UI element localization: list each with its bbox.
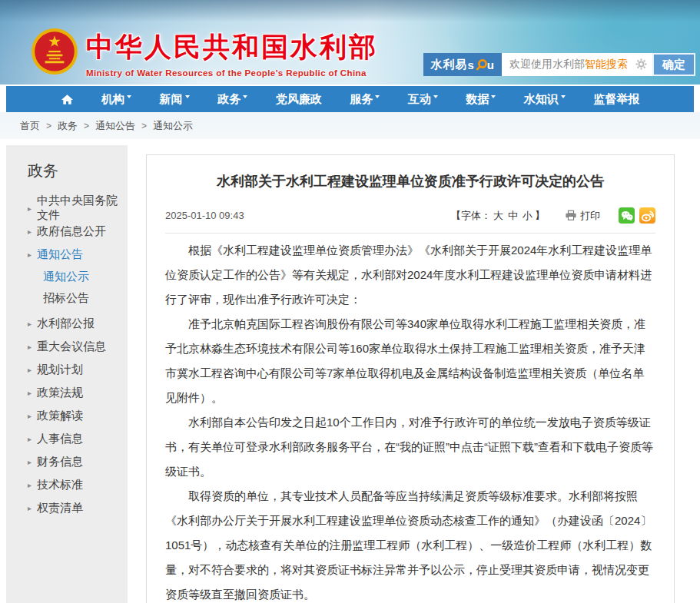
arrow-right-icon: ▸ xyxy=(28,389,32,397)
paragraph: 取得资质的单位，其专业技术人员配备等应当持续满足资质等级标准要求。水利部将按照《… xyxy=(165,484,655,603)
search-submit-button[interactable]: 确定 xyxy=(652,53,695,76)
paragraph: 水利部自本公告印发之日起10个工作日内，对准予行政许可的单位统一发放电子资质等级… xyxy=(165,410,655,484)
breadcrumb-separator: > xyxy=(84,121,89,131)
sidebar-item-central-docs[interactable]: ▸中共中央国务院文件 xyxy=(28,197,128,220)
nav-item-govaffairs[interactable]: 政务 xyxy=(217,92,247,107)
arrow-right-icon: ▸ xyxy=(28,204,32,213)
print-label: 打印 xyxy=(580,209,600,223)
sidebar-item-tech-standards[interactable]: ▸技术标准 xyxy=(28,473,128,496)
paragraph: 根据《水利工程建设监理单位资质管理办法》《水利部关于开展2024年水利工程建设监… xyxy=(165,238,655,312)
publish-date: 2025-01-10 09:43 xyxy=(165,210,244,221)
sidebar-item-label: 重大会议信息 xyxy=(37,340,106,354)
paragraph: 准予北京帕克国际工程咨询股份有限公司等340家单位取得水利工程施工监理相关资质，… xyxy=(165,312,655,410)
sidebar-item-bulletin[interactable]: ▸水利部公报 xyxy=(28,312,128,335)
search-brand-u: u xyxy=(487,58,495,71)
nav-label: 新闻 xyxy=(160,92,183,107)
article-title: 水利部关于水利工程建设监理单位资质准予行政许可决定的公告 xyxy=(165,172,655,191)
sidebar-item-label: 规划计划 xyxy=(37,363,83,377)
sidebar-item-finance[interactable]: ▸财务信息 xyxy=(28,450,128,473)
nav-item-report[interactable]: 监督举报 xyxy=(593,92,639,107)
nav-label: 水知识 xyxy=(524,92,559,107)
wechat-bubbles-icon xyxy=(621,210,633,221)
site-subtitle: Ministry of Water Resources of the Peopl… xyxy=(86,68,378,78)
breadcrumb-separator: > xyxy=(141,121,147,131)
nav-label: 服务 xyxy=(350,92,373,107)
nav-item-services[interactable]: 服务 xyxy=(350,92,380,107)
gear-icon[interactable] xyxy=(635,58,647,70)
font-size-small[interactable]: 小 xyxy=(523,209,532,223)
sidebar-item-planning[interactable]: ▸规划计划 xyxy=(28,358,128,381)
sidebar-section-title: 政务 xyxy=(28,161,128,181)
arrow-right-icon: ▸ xyxy=(28,320,32,328)
nav-label: 数据 xyxy=(466,92,489,107)
sidebar-item-responsibility-list[interactable]: ▸权责清单 xyxy=(28,496,128,519)
search-placeholder: 欢迎使用水利部智能搜索 xyxy=(509,58,628,71)
nav-item-news[interactable]: 新闻 xyxy=(160,92,190,107)
font-size-large[interactable]: 大 xyxy=(493,209,503,223)
chevron-down-icon xyxy=(243,95,247,98)
sidebar-item-notice-publicity[interactable]: 通知公示 xyxy=(28,266,128,287)
font-size-label-open: 【字体： xyxy=(451,209,491,223)
sidebar-item-label: 权责清单 xyxy=(37,501,83,515)
sidebar-item-notices[interactable]: ▸通知公告 xyxy=(28,243,128,266)
breadcrumb-govaffairs[interactable]: 政务 xyxy=(58,119,78,133)
sidebar-item-label: 技术标准 xyxy=(37,478,83,492)
chevron-down-icon xyxy=(127,95,131,98)
arrow-right-icon: ▸ xyxy=(28,458,32,466)
arrow-right-icon: ▸ xyxy=(28,435,32,443)
main-nav: 机构 新闻 政务 党风廉政 服务 互动 数据 水知识 监督举报 xyxy=(6,86,694,112)
breadcrumb: 首页 > 政务 > 通知公告 > 通知公示 xyxy=(0,112,700,139)
site-title: 中华人民共和国水利部 xyxy=(86,29,378,65)
breadcrumb-separator: > xyxy=(46,121,51,131)
breadcrumb-notices[interactable]: 通知公告 xyxy=(95,119,135,133)
font-size-medium[interactable]: 中 xyxy=(508,209,518,223)
wechat-share-icon[interactable] xyxy=(619,207,635,224)
national-emblem-icon xyxy=(31,28,78,75)
sidebar-item-label: 通知公告 xyxy=(37,247,83,262)
site-banner: 中华人民共和国水利部 Ministry of Water Resources o… xyxy=(0,0,700,84)
search-placeholder-plain: 欢迎使用水利部 xyxy=(509,58,585,70)
arrow-right-icon: ▸ xyxy=(28,366,32,374)
nav-item-party[interactable]: 党风廉政 xyxy=(276,92,322,107)
sidebar-item-major-meetings[interactable]: ▸重大会议信息 xyxy=(28,335,128,358)
sidebar-item-policy-interpretation[interactable]: ▸政策解读 xyxy=(28,404,128,427)
sidebar-item-label: 政策法规 xyxy=(37,386,83,400)
search-input[interactable]: 欢迎使用水利部智能搜索 xyxy=(502,53,652,76)
chevron-down-icon xyxy=(375,95,380,98)
sidebar-item-personnel[interactable]: ▸人事信息 xyxy=(28,427,128,450)
meta-divider xyxy=(165,233,655,234)
home-icon xyxy=(61,94,74,105)
share-buttons xyxy=(614,207,655,224)
arrow-right-icon: ▸ xyxy=(28,343,32,351)
nav-label: 监督举报 xyxy=(593,92,639,107)
chevron-down-icon xyxy=(561,95,566,98)
weibo-share-icon[interactable] xyxy=(639,207,655,224)
nav-item-data[interactable]: 数据 xyxy=(466,92,496,107)
chevron-down-icon xyxy=(433,95,438,98)
sidebar: 政务 ▸中共中央国务院文件 ▸政府信息公开 ▸通知公告 通知公示 招标公告 ▸水… xyxy=(6,145,128,603)
nav-label: 机构 xyxy=(101,92,124,107)
arrow-right-icon: ▸ xyxy=(28,481,32,489)
nav-home[interactable] xyxy=(61,94,74,105)
nav-label: 政务 xyxy=(217,92,241,107)
print-button[interactable]: 打印 xyxy=(565,209,600,223)
arrow-right-icon: ▸ xyxy=(28,250,32,259)
nav-item-knowledge[interactable]: 水知识 xyxy=(524,92,566,107)
sidebar-item-info-disclosure[interactable]: ▸政府信息公开 xyxy=(28,220,128,243)
sidebar-item-tender-notices[interactable]: 招标公告 xyxy=(28,287,128,309)
sidebar-item-label: 政策解读 xyxy=(37,409,83,423)
printer-icon xyxy=(565,210,577,221)
magnifier-icon xyxy=(476,58,488,71)
nav-item-orgs[interactable]: 机构 xyxy=(101,92,131,107)
nav-item-interaction[interactable]: 互动 xyxy=(408,92,438,107)
breadcrumb-current[interactable]: 通知公示 xyxy=(153,119,193,133)
nav-label: 党风廉政 xyxy=(276,92,322,107)
chevron-down-icon xyxy=(491,95,496,98)
sidebar-item-policies-laws[interactable]: ▸政策法规 xyxy=(28,381,128,404)
sidebar-item-label: 水利部公报 xyxy=(37,316,95,331)
breadcrumb-home[interactable]: 首页 xyxy=(20,119,40,133)
nav-label: 互动 xyxy=(408,92,431,107)
sidebar-item-label: 人事信息 xyxy=(37,432,83,446)
sidebar-item-label: 招标公告 xyxy=(43,291,89,306)
sidebar-item-label: 财务信息 xyxy=(37,455,83,469)
